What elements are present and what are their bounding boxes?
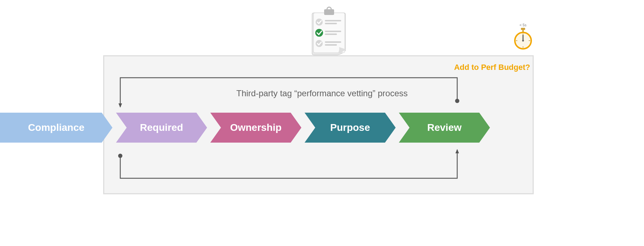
process-steps: Compliance Required Ownership Purpose [0, 113, 491, 143]
chevron-icon [399, 113, 490, 143]
svg-marker-7 [399, 113, 490, 143]
svg-point-17 [316, 40, 323, 47]
stopwatch-icon: < 5s [512, 23, 534, 50]
chevron-icon [0, 113, 112, 143]
svg-rect-15 [325, 31, 341, 32]
diagram-canvas: Third-party tag “performance vetting” pr… [0, 0, 644, 246]
svg-rect-18 [325, 41, 341, 43]
svg-rect-16 [325, 34, 337, 35]
svg-marker-5 [210, 113, 301, 143]
step-ownership: Ownership [210, 113, 301, 143]
stopwatch-caption: < 5s [519, 23, 527, 27]
svg-marker-6 [305, 113, 396, 143]
svg-rect-13 [325, 23, 337, 24]
step-review: Review [399, 113, 490, 143]
svg-point-24 [522, 40, 524, 42]
svg-rect-19 [325, 44, 337, 46]
svg-rect-9 [324, 9, 334, 15]
svg-rect-12 [325, 20, 341, 21]
svg-rect-20 [521, 28, 525, 30]
svg-point-11 [316, 19, 323, 26]
chevron-icon [116, 113, 207, 143]
svg-marker-3 [0, 113, 112, 143]
checklist-clipboard-icon [311, 6, 348, 56]
chevron-icon [210, 113, 301, 143]
step-purpose: Purpose [305, 113, 396, 143]
svg-marker-4 [116, 113, 207, 143]
svg-point-14 [315, 29, 323, 37]
step-compliance: Compliance [0, 113, 112, 143]
step-required: Required [116, 113, 207, 143]
chevron-icon [305, 113, 396, 143]
